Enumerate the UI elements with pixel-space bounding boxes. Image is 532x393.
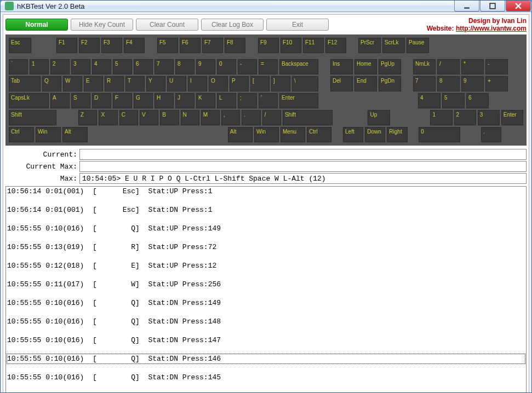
key-v[interactable]: V <box>140 110 158 125</box>
key-1[interactable]: 1 <box>30 59 49 74</box>
key-[interactable]: . <box>481 127 501 142</box>
key-ins[interactable]: Ins <box>330 59 353 74</box>
key-[interactable]: ; <box>238 93 257 108</box>
key-right[interactable]: Right <box>387 127 407 142</box>
key-f4[interactable]: F4 <box>124 38 145 53</box>
key-z[interactable]: Z <box>78 110 97 125</box>
key-9[interactable]: 9 <box>196 59 215 74</box>
key-tab[interactable]: Tab <box>9 76 41 91</box>
key-6[interactable]: 6 <box>134 59 153 74</box>
key-[interactable]: \ <box>292 76 318 91</box>
key-0[interactable]: 0 <box>419 127 460 142</box>
key-l[interactable]: L <box>217 93 236 108</box>
key-7[interactable]: 7 <box>413 76 436 91</box>
key-d[interactable]: D <box>92 93 111 108</box>
key-[interactable]: * <box>461 59 484 74</box>
key-enter[interactable]: Enter <box>279 93 318 108</box>
key-del[interactable]: Del <box>330 76 353 91</box>
key-n[interactable]: N <box>181 110 199 125</box>
key-5[interactable]: 5 <box>113 59 132 74</box>
key-t[interactable]: T <box>125 76 145 91</box>
key-s[interactable]: S <box>71 93 90 108</box>
key-2[interactable]: 2 <box>50 59 70 74</box>
key-[interactable]: ] <box>271 76 290 91</box>
log-list[interactable]: 10:56:14 0:01(001) [ Esc] Stat:UP Press:… <box>6 187 526 393</box>
minimize-button[interactable] <box>454 1 479 11</box>
key-ctrl[interactable]: Ctrl <box>307 127 331 142</box>
key-shift[interactable]: Shift <box>9 110 56 125</box>
maximize-button[interactable] <box>480 1 505 11</box>
key-shift[interactable]: Shift <box>283 110 333 125</box>
key-9[interactable]: 9 <box>461 76 484 91</box>
title-bar[interactable]: hKBTest Ver 2.0 Beta <box>1 1 531 12</box>
key-g[interactable]: G <box>134 93 153 108</box>
log-line[interactable]: 10:55:55 0:11(017) [ W] Stat:UP Press:25… <box>7 280 525 289</box>
key-m[interactable]: M <box>201 110 220 125</box>
key-f2[interactable]: F2 <box>79 38 100 53</box>
log-line[interactable]: 10:55:55 0:10(016) [ Q] Stat:DN Press:14… <box>7 336 525 345</box>
key-win[interactable]: Win <box>36 127 61 142</box>
key-home[interactable]: Home <box>354 59 377 74</box>
key-scrlk[interactable]: ScrLk <box>382 38 405 53</box>
key-f6[interactable]: F6 <box>180 38 201 53</box>
key-[interactable]: - <box>238 59 257 74</box>
key-f10[interactable]: F10 <box>281 38 301 53</box>
key-ctrl[interactable]: Ctrl <box>9 127 34 142</box>
key-win[interactable]: Win <box>254 127 279 142</box>
key-f11[interactable]: F11 <box>303 38 324 53</box>
log-line[interactable]: 10:55:55 0:10(016) [ Q] Stat:DN Press:14… <box>7 298 525 308</box>
key-e[interactable]: E <box>84 76 103 91</box>
key-y[interactable]: Y <box>146 76 165 91</box>
key-left[interactable]: Left <box>343 127 363 142</box>
key-1[interactable]: 1 <box>430 110 452 125</box>
key-5[interactable]: 5 <box>442 93 465 108</box>
key-nmlk[interactable]: NmLk <box>413 59 436 74</box>
key-f12[interactable]: F12 <box>325 38 346 53</box>
key-f7[interactable]: F7 <box>202 38 223 53</box>
key-backspace[interactable]: Backspace <box>279 59 318 74</box>
key-0[interactable]: 0 <box>217 59 236 74</box>
log-line[interactable]: 10:55:55 0:12(018) [ E] Stat:UP Press:12 <box>7 261 525 270</box>
key-3[interactable]: 3 <box>478 110 500 125</box>
key-u[interactable]: U <box>167 76 186 91</box>
key-q[interactable]: Q <box>42 76 61 91</box>
key-alt[interactable]: Alt <box>62 127 88 142</box>
key-f5[interactable]: F5 <box>157 38 178 53</box>
key-8[interactable]: 8 <box>175 59 195 74</box>
key-x[interactable]: X <box>99 110 117 125</box>
key-alt[interactable]: Alt <box>228 127 253 142</box>
key-[interactable]: ' <box>259 93 278 108</box>
key-capslk[interactable]: CapsLk <box>9 93 49 108</box>
normal-button[interactable]: Normal <box>5 19 68 31</box>
key-f9[interactable]: F9 <box>258 38 279 53</box>
key-pause[interactable]: Pause <box>407 38 429 53</box>
key-f8[interactable]: F8 <box>225 38 245 53</box>
key-[interactable]: = <box>259 59 278 74</box>
key-7[interactable]: 7 <box>155 59 174 74</box>
log-line[interactable]: 10:55:55 0:10(016) [ Q] Stat:DN Press:14… <box>7 373 525 382</box>
key-6[interactable]: 6 <box>466 93 489 108</box>
key-f3[interactable]: F3 <box>101 38 122 53</box>
key-up[interactable]: Up <box>368 110 390 125</box>
key-o[interactable]: O <box>209 76 228 91</box>
close-button[interactable] <box>506 1 531 11</box>
key-[interactable]: / <box>437 59 460 74</box>
hide-key-count-button[interactable]: Hide Key Count <box>71 19 133 31</box>
key-8[interactable]: 8 <box>437 76 460 91</box>
key-end[interactable]: End <box>354 76 377 91</box>
key-f1[interactable]: F1 <box>56 38 77 53</box>
key-pgup[interactable]: PgUp <box>379 59 401 74</box>
key-[interactable]: + <box>485 76 508 91</box>
key-[interactable]: / <box>262 110 281 125</box>
log-line[interactable]: 10:56:14 0:01(001) [ Esc] Stat:DN Press:… <box>7 205 525 215</box>
log-line[interactable]: 10:55:55 0:13(019) [ R] Stat:UP Press:72 <box>7 242 525 252</box>
key-[interactable]: - <box>485 59 508 74</box>
log-line[interactable]: 10:55:55 0:10(016) [ Q] Stat:DN Press:14… <box>7 317 525 326</box>
key-a[interactable]: A <box>50 93 70 108</box>
key-[interactable]: . <box>242 110 260 125</box>
key-3[interactable]: 3 <box>71 59 90 74</box>
key-h[interactable]: H <box>155 93 174 108</box>
key-[interactable]: [ <box>250 76 270 91</box>
key-prscr[interactable]: PrScr <box>358 38 381 53</box>
log-line[interactable]: 10:56:14 0:01(001) [ Esc] Stat:UP Press:… <box>7 187 525 196</box>
